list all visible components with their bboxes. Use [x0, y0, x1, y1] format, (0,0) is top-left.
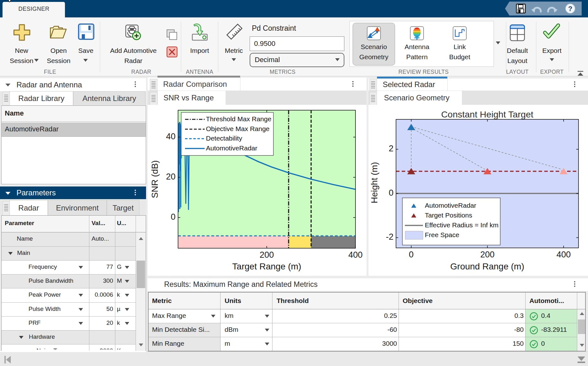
svg-text:200: 200	[259, 250, 274, 260]
svg-text:20: 20	[166, 172, 176, 181]
svg-text:Target Range (m): Target Range (m)	[232, 262, 301, 271]
svg-text:0: 0	[171, 212, 176, 222]
svg-text:Ground Range (m): Ground Range (m)	[450, 262, 524, 271]
svg-text:40: 40	[166, 132, 176, 141]
svg-text:Free Space: Free Space	[425, 231, 459, 238]
svg-text:200: 200	[480, 250, 495, 259]
svg-text:0: 0	[409, 250, 413, 259]
svg-text:2: 2	[389, 144, 393, 153]
svg-text:Objective Max Range: Objective Max Range	[206, 125, 270, 132]
svg-text:Height (m): Height (m)	[369, 162, 379, 204]
svg-text:0: 0	[389, 188, 393, 198]
svg-text:SNR (dB): SNR (dB)	[150, 160, 160, 198]
svg-text:Effective Radius = Inf km: Effective Radius = Inf km	[425, 221, 498, 229]
svg-text:400: 400	[556, 250, 571, 259]
svg-text:?: ?	[568, 5, 572, 13]
svg-text:AutomotiveRadar: AutomotiveRadar	[206, 144, 257, 152]
svg-text:Target Positions: Target Positions	[425, 211, 472, 219]
svg-text:400: 400	[348, 250, 362, 260]
svg-text:-2: -2	[386, 232, 393, 242]
svg-text:AutomotiveRadar: AutomotiveRadar	[425, 202, 476, 209]
svg-text:Constant Height Target: Constant Height Target	[441, 109, 534, 119]
svg-text:Threshold Max Range: Threshold Max Range	[206, 115, 272, 123]
svg-text:Detectability: Detectability	[206, 135, 242, 142]
